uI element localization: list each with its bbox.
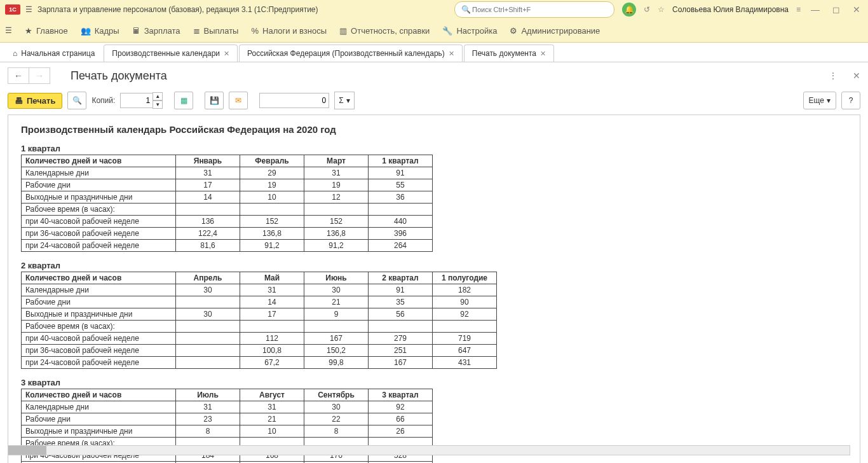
menu-main[interactable]: ★Главное (25, 26, 68, 36)
menu-admin[interactable]: ⚙Администрирование (510, 26, 600, 36)
q2-title: 2 квартал (21, 261, 847, 270)
user-name[interactable]: Соловьева Юлия Владимировна (672, 5, 789, 14)
close-icon[interactable]: ✕ (540, 50, 546, 58)
tab-print-doc[interactable]: Печать документа✕ (464, 45, 554, 62)
kebab-icon[interactable]: ⋮ (829, 71, 837, 81)
close-window-button[interactable]: ✕ (850, 4, 863, 15)
people-icon: 👥 (81, 26, 91, 36)
minimize-button[interactable]: — (808, 4, 822, 15)
menu-toggle-icon[interactable]: ☰ (5, 26, 12, 35)
notifications-icon[interactable]: 🔔 (622, 3, 636, 17)
scrollbar-thumb[interactable] (8, 446, 46, 455)
menu-settings[interactable]: 🔧Настройка (442, 26, 497, 36)
horizontal-scrollbar[interactable] (8, 445, 850, 455)
titlebar: 1C ☰ Зарплата и управление персоналом (б… (0, 0, 868, 19)
doc-icon: ▥ (339, 26, 347, 36)
q2-table: Количество дней и часовАпрельМайИюнь2 кв… (21, 272, 497, 369)
save-icon: 💾 (210, 96, 219, 105)
document-title: Производственный календарь Российская Фе… (21, 124, 847, 135)
template-button[interactable]: ▦ (174, 92, 193, 109)
mail-icon: ✉ (235, 96, 241, 105)
search-input[interactable] (471, 5, 607, 14)
chevron-down-icon: ▾ (827, 96, 831, 105)
menu-personnel[interactable]: 👥Кадры (81, 26, 119, 36)
page-title: Печать документа (71, 69, 167, 83)
help-button[interactable]: ? (841, 92, 860, 109)
app-title: Зарплата и управление персоналом (базова… (37, 5, 318, 14)
favorite-icon[interactable]: ☆ (658, 5, 665, 14)
tabs: ⌂Начальная страница Производственные кал… (0, 43, 868, 62)
app-logo: 1C (5, 4, 20, 15)
sum-field[interactable] (259, 93, 329, 108)
nav-back-button[interactable]: ← (8, 67, 29, 84)
printer-icon: 🖶 (15, 96, 23, 106)
search-box[interactable]: 🔍 (454, 1, 614, 18)
chevron-down-icon: ▾ (346, 96, 350, 105)
q1-table: Количество дней и часовЯнварьФевральМарт… (21, 155, 433, 252)
sigma-button[interactable]: Σ▾ (334, 92, 354, 109)
toolbar: 🖶Печать 🔍 Копий: ▲▼ ▦ 💾 ✉ Σ▾ Еще▾ ? (0, 89, 868, 112)
print-button[interactable]: 🖶Печать (8, 93, 62, 109)
hamburger-icon[interactable]: ☰ (25, 5, 32, 14)
main-menu: ☰ ★Главное 👥Кадры 🖩Зарплата ≣Выплаты %На… (0, 19, 868, 43)
gear-icon: ⚙ (510, 26, 517, 36)
home-icon: ⌂ (13, 49, 17, 58)
close-icon[interactable]: ✕ (224, 50, 229, 58)
copies-input[interactable] (120, 93, 153, 108)
menu-reports[interactable]: ▥Отчетность, справки (339, 26, 430, 36)
close-page-button[interactable]: ✕ (853, 71, 860, 81)
percent-icon: % (251, 26, 259, 36)
more-button[interactable]: Еще▾ (803, 92, 836, 109)
menu-payments[interactable]: ≣Выплаты (193, 26, 239, 36)
nav-forward-button[interactable]: → (29, 67, 50, 84)
menu-taxes[interactable]: %Налоги и взносы (251, 26, 327, 36)
tab-home[interactable]: ⌂Начальная страница (5, 45, 102, 62)
search-icon: 🔍 (461, 5, 471, 14)
spin-down[interactable]: ▼ (153, 100, 163, 109)
page-header: ← → Печать документа ⋮ ✕ (0, 62, 868, 89)
save-button[interactable]: 💾 (205, 92, 224, 109)
tab-calendars[interactable]: Производственные календари✕ (104, 45, 238, 62)
list-icon: ≣ (193, 26, 200, 36)
sigma-icon: Σ (339, 96, 343, 105)
close-icon[interactable]: ✕ (449, 50, 454, 58)
menu-salary[interactable]: 🖩Зарплата (132, 26, 180, 36)
wrench-icon: 🔧 (442, 26, 452, 36)
grid-icon: ▦ (180, 96, 187, 105)
history-icon[interactable]: ↺ (644, 5, 650, 14)
document-area[interactable]: Производственный календарь Российская Фе… (8, 114, 860, 463)
preview-button[interactable]: 🔍 (67, 92, 86, 109)
copies-spinner[interactable]: ▲▼ (120, 92, 163, 109)
zoom-icon: 🔍 (72, 96, 82, 105)
tab-rf-calendar[interactable]: Российская Федерация (Производственный к… (239, 45, 463, 62)
settings-icon[interactable]: ≡ (796, 5, 801, 14)
q1-title: 1 квартал (21, 144, 847, 153)
email-button[interactable]: ✉ (229, 92, 248, 109)
star-icon: ★ (25, 26, 32, 36)
maximize-button[interactable]: ◻ (830, 4, 843, 15)
spin-up[interactable]: ▲ (153, 92, 163, 100)
calc-icon: 🖩 (132, 26, 140, 36)
copies-label: Копий: (92, 96, 115, 105)
q3-title: 3 квартал (21, 378, 847, 387)
